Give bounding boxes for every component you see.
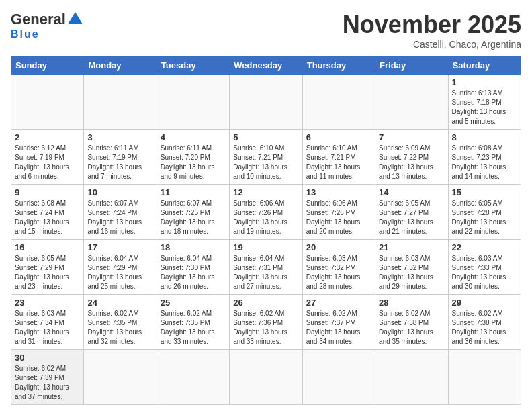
calendar-day-cell <box>230 350 302 405</box>
calendar-week-row: 16Sunrise: 6:05 AM Sunset: 7:29 PM Dayli… <box>11 240 521 295</box>
month-title: November 2025 <box>343 11 521 39</box>
calendar-day-cell: 17Sunrise: 6:04 AM Sunset: 7:29 PM Dayli… <box>84 240 157 295</box>
calendar-day-cell: 29Sunrise: 6:02 AM Sunset: 7:38 PM Dayli… <box>448 295 521 350</box>
day-number: 7 <box>379 132 444 142</box>
calendar-day-cell <box>84 350 157 405</box>
day-info: Sunrise: 6:12 AM Sunset: 7:19 PM Dayligh… <box>15 144 80 181</box>
day-number: 26 <box>233 298 298 308</box>
subtitle: Castelli, Chaco, Argentina <box>343 39 521 50</box>
day-number: 13 <box>306 187 371 197</box>
calendar-day-cell: 7Sunrise: 6:09 AM Sunset: 7:22 PM Daylig… <box>375 130 448 185</box>
day-info: Sunrise: 6:04 AM Sunset: 7:31 PM Dayligh… <box>233 254 298 291</box>
day-number: 16 <box>15 242 80 253</box>
calendar-day-cell: 8Sunrise: 6:08 AM Sunset: 7:23 PM Daylig… <box>448 130 521 185</box>
calendar-day-cell: 10Sunrise: 6:07 AM Sunset: 7:24 PM Dayli… <box>84 185 157 240</box>
logo-blue-text: Blue <box>11 28 40 40</box>
calendar-week-row: 30Sunrise: 6:02 AM Sunset: 7:39 PM Dayli… <box>11 350 521 405</box>
calendar-day-cell: 30Sunrise: 6:02 AM Sunset: 7:39 PM Dayli… <box>11 350 84 405</box>
calendar-day-cell: 14Sunrise: 6:05 AM Sunset: 7:27 PM Dayli… <box>375 185 448 240</box>
day-info: Sunrise: 6:05 AM Sunset: 7:27 PM Dayligh… <box>379 199 444 236</box>
day-info: Sunrise: 6:05 AM Sunset: 7:28 PM Dayligh… <box>452 199 517 236</box>
calendar-day-cell: 1Sunrise: 6:13 AM Sunset: 7:18 PM Daylig… <box>448 75 521 130</box>
calendar-day-cell: 24Sunrise: 6:02 AM Sunset: 7:35 PM Dayli… <box>84 295 157 350</box>
calendar-header-tuesday: Tuesday <box>157 57 229 75</box>
day-number: 17 <box>87 242 152 253</box>
day-number: 11 <box>161 187 226 197</box>
day-number: 29 <box>452 298 517 308</box>
day-info: Sunrise: 6:04 AM Sunset: 7:30 PM Dayligh… <box>161 254 226 291</box>
day-number: 9 <box>15 187 80 197</box>
calendar-day-cell: 20Sunrise: 6:03 AM Sunset: 7:32 PM Dayli… <box>302 240 375 295</box>
calendar-day-cell: 11Sunrise: 6:07 AM Sunset: 7:25 PM Dayli… <box>157 185 229 240</box>
calendar-week-row: 1Sunrise: 6:13 AM Sunset: 7:18 PM Daylig… <box>11 75 521 130</box>
logo-area: General Blue <box>11 11 83 40</box>
day-info: Sunrise: 6:09 AM Sunset: 7:22 PM Dayligh… <box>379 144 444 181</box>
calendar-day-cell: 18Sunrise: 6:04 AM Sunset: 7:30 PM Dayli… <box>157 240 229 295</box>
calendar-week-row: 9Sunrise: 6:08 AM Sunset: 7:24 PM Daylig… <box>11 185 521 240</box>
logo-triangle-icon <box>68 11 83 28</box>
day-number: 2 <box>15 132 80 142</box>
day-info: Sunrise: 6:05 AM Sunset: 7:29 PM Dayligh… <box>15 254 80 291</box>
day-number: 14 <box>379 187 444 197</box>
day-info: Sunrise: 6:02 AM Sunset: 7:36 PM Dayligh… <box>233 309 298 347</box>
day-number: 27 <box>306 298 371 308</box>
title-area: November 2025 Castelli, Chaco, Argentina <box>343 11 521 50</box>
day-info: Sunrise: 6:02 AM Sunset: 7:37 PM Dayligh… <box>306 309 371 347</box>
day-number: 15 <box>452 187 517 197</box>
day-info: Sunrise: 6:06 AM Sunset: 7:26 PM Dayligh… <box>233 199 298 236</box>
calendar-day-cell: 13Sunrise: 6:06 AM Sunset: 7:26 PM Dayli… <box>302 185 375 240</box>
day-number: 20 <box>306 242 371 253</box>
day-number: 23 <box>15 298 80 308</box>
day-info: Sunrise: 6:02 AM Sunset: 7:38 PM Dayligh… <box>379 309 444 347</box>
calendar-day-cell: 25Sunrise: 6:02 AM Sunset: 7:35 PM Dayli… <box>157 295 229 350</box>
calendar-header-sunday: Sunday <box>11 57 84 75</box>
day-info: Sunrise: 6:08 AM Sunset: 7:23 PM Dayligh… <box>452 144 517 181</box>
day-number: 18 <box>161 242 226 253</box>
day-number: 25 <box>161 298 226 308</box>
day-number: 22 <box>452 242 517 253</box>
calendar-day-cell: 12Sunrise: 6:06 AM Sunset: 7:26 PM Dayli… <box>230 185 302 240</box>
calendar-day-cell <box>448 350 521 405</box>
calendar-day-cell: 27Sunrise: 6:02 AM Sunset: 7:37 PM Dayli… <box>302 295 375 350</box>
day-number: 12 <box>233 187 298 197</box>
day-number: 30 <box>15 353 80 363</box>
day-info: Sunrise: 6:06 AM Sunset: 7:26 PM Dayligh… <box>306 199 371 236</box>
day-info: Sunrise: 6:11 AM Sunset: 7:20 PM Dayligh… <box>161 144 226 181</box>
calendar-day-cell <box>157 350 229 405</box>
calendar-day-cell <box>84 75 157 130</box>
calendar-day-cell: 4Sunrise: 6:11 AM Sunset: 7:20 PM Daylig… <box>157 130 229 185</box>
calendar-header-saturday: Saturday <box>448 57 521 75</box>
calendar-day-cell: 23Sunrise: 6:03 AM Sunset: 7:34 PM Dayli… <box>11 295 84 350</box>
calendar-day-cell: 6Sunrise: 6:10 AM Sunset: 7:21 PM Daylig… <box>302 130 375 185</box>
calendar-day-cell: 19Sunrise: 6:04 AM Sunset: 7:31 PM Dayli… <box>230 240 302 295</box>
calendar-day-cell: 22Sunrise: 6:03 AM Sunset: 7:33 PM Dayli… <box>448 240 521 295</box>
day-info: Sunrise: 6:03 AM Sunset: 7:34 PM Dayligh… <box>15 309 80 347</box>
day-info: Sunrise: 6:03 AM Sunset: 7:32 PM Dayligh… <box>306 254 371 291</box>
calendar-week-row: 2Sunrise: 6:12 AM Sunset: 7:19 PM Daylig… <box>11 130 521 185</box>
calendar-header-thursday: Thursday <box>302 57 375 75</box>
day-number: 4 <box>161 132 226 142</box>
day-info: Sunrise: 6:03 AM Sunset: 7:33 PM Dayligh… <box>452 254 517 291</box>
calendar-day-cell <box>11 75 84 130</box>
calendar-day-cell <box>375 350 448 405</box>
day-info: Sunrise: 6:10 AM Sunset: 7:21 PM Dayligh… <box>233 144 298 181</box>
calendar-header-monday: Monday <box>84 57 157 75</box>
day-info: Sunrise: 6:02 AM Sunset: 7:39 PM Dayligh… <box>15 364 80 402</box>
day-number: 1 <box>452 77 517 87</box>
calendar-header-friday: Friday <box>375 57 448 75</box>
day-info: Sunrise: 6:07 AM Sunset: 7:24 PM Dayligh… <box>87 199 152 236</box>
calendar-day-cell <box>302 350 375 405</box>
calendar-day-cell: 15Sunrise: 6:05 AM Sunset: 7:28 PM Dayli… <box>448 185 521 240</box>
calendar-day-cell <box>302 75 375 130</box>
calendar-week-row: 23Sunrise: 6:03 AM Sunset: 7:34 PM Dayli… <box>11 295 521 350</box>
day-info: Sunrise: 6:03 AM Sunset: 7:32 PM Dayligh… <box>379 254 444 291</box>
day-number: 28 <box>379 298 444 308</box>
calendar-day-cell: 5Sunrise: 6:10 AM Sunset: 7:21 PM Daylig… <box>230 130 302 185</box>
day-number: 6 <box>306 132 371 142</box>
calendar-day-cell <box>157 75 229 130</box>
day-info: Sunrise: 6:07 AM Sunset: 7:25 PM Dayligh… <box>161 199 226 236</box>
calendar-header-wednesday: Wednesday <box>230 57 302 75</box>
day-number: 3 <box>87 132 152 142</box>
logo-general-text: General <box>11 11 66 28</box>
day-number: 5 <box>233 132 298 142</box>
